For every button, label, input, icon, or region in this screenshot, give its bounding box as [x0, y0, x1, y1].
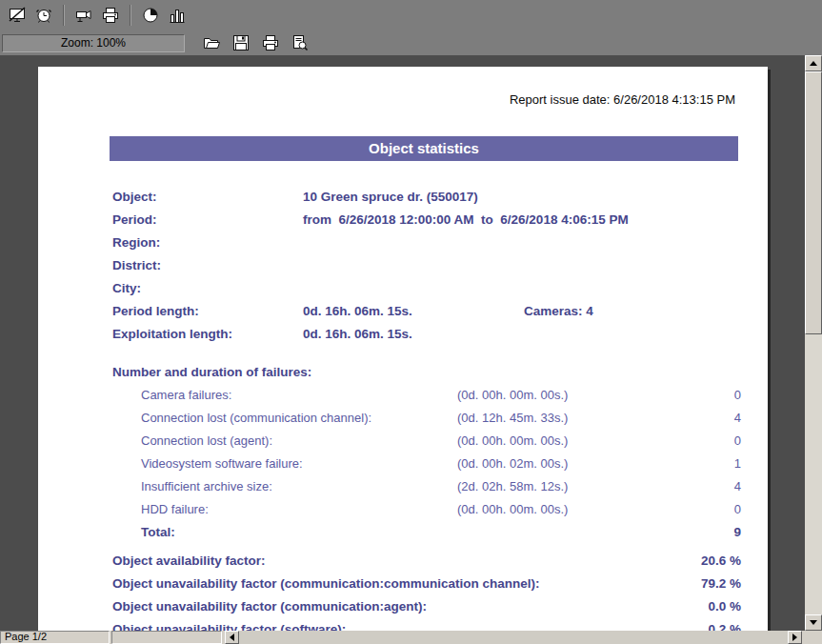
total-label: Total: [141, 521, 175, 544]
field-row: City: [38, 277, 768, 300]
preview-toolbar: Zoom: 100% [0, 30, 822, 55]
report-page: Report issue date: 6/26/2018 4:13:15 PM … [38, 67, 768, 631]
failure-row: Connection lost (agent): (0d. 00h. 00m. … [38, 430, 768, 453]
vertical-scroll-thumb[interactable] [805, 71, 822, 334]
factor-row: Object availability factor: 20.6 % [38, 550, 768, 573]
chart-button[interactable] [164, 3, 190, 28]
field-value: 10 Green spruce dr. (550017) [303, 186, 478, 209]
failure-count: 4 [734, 475, 741, 498]
scroll-left-icon [230, 634, 234, 641]
field-row: Region: [38, 231, 768, 254]
factor-value: 0.2 % [708, 618, 741, 631]
factor-value: 0.0 % [708, 595, 741, 618]
failure-duration: (0d. 00h. 02m. 00s.) [457, 453, 568, 475]
cameras-count: Cameras: 4 [524, 300, 593, 323]
failure-count: 0 [734, 384, 741, 407]
failure-duration: (0d. 00h. 00m. 00s.) [457, 498, 568, 521]
field-label: District: [112, 254, 161, 277]
print-button[interactable] [255, 30, 285, 55]
failure-row: Connection lost (communication channel):… [38, 407, 768, 430]
scroll-right-button[interactable] [788, 631, 802, 644]
failures-heading: Number and duration of failures: [112, 361, 311, 384]
timer-icon [141, 6, 160, 25]
chart-icon [168, 6, 187, 25]
zoom-label: Zoom: 100% [61, 36, 126, 50]
camera-button[interactable] [70, 3, 97, 28]
failure-count: 0 [734, 498, 741, 521]
preview-area: Report issue date: 6/26/2018 4:13:15 PM … [0, 55, 822, 631]
scroll-down-icon [810, 620, 817, 625]
failure-duration: (0d. 00h. 00m. 00s.) [457, 384, 568, 407]
failure-label: Insufficient archive size: [141, 475, 272, 498]
printer-button[interactable] [97, 3, 124, 28]
field-label: Period: [112, 209, 157, 231]
failure-count: 4 [734, 407, 741, 430]
failure-label: Videosystem software failure: [141, 453, 303, 475]
field-row: District: [38, 254, 768, 277]
horizontal-scrollbar[interactable] [225, 631, 802, 644]
field-label: Period length: [112, 300, 199, 323]
print-icon [261, 33, 280, 52]
scroll-right-icon [792, 634, 797, 641]
toolbar-separator [63, 5, 65, 26]
failure-count: 0 [734, 430, 741, 453]
page-indicator-label: Page 1/2 [5, 631, 47, 642]
field-row: Period length: 0d. 16h. 06m. 15s. Camera… [38, 300, 768, 323]
zoom-indicator[interactable]: Zoom: 100% [2, 34, 185, 52]
toolbar-separator [130, 5, 131, 26]
save-icon [231, 33, 251, 52]
factor-label: Object unavailability factor (software): [112, 618, 346, 631]
field-row: Object: 10 Green spruce dr. (550017) [38, 186, 768, 209]
failure-row: Insufficient archive size: (2d. 02h. 58m… [38, 475, 768, 498]
total-value: 9 [733, 521, 741, 544]
failure-duration: (0d. 12h. 45m. 33s.) [457, 407, 568, 430]
printer-icon [101, 6, 120, 25]
status-bar: Page 1/2 [0, 631, 822, 644]
scroll-up-button[interactable] [805, 55, 822, 71]
failure-label: HDD failure: [141, 498, 209, 521]
save-button[interactable] [226, 30, 255, 55]
main-toolbar [0, 0, 822, 30]
factor-value: 79.2 % [701, 573, 741, 595]
factor-row: Object unavailability factor (communicat… [38, 573, 768, 595]
field-label: Region: [112, 231, 160, 254]
factor-row: Object unavailability factor (software):… [38, 618, 768, 631]
monitor-icon [8, 6, 27, 25]
camera-icon [74, 6, 93, 25]
open-button[interactable] [196, 30, 226, 55]
monitor-button[interactable] [4, 3, 30, 28]
failure-label: Connection lost (communication channel): [141, 407, 371, 430]
scroll-left-button[interactable] [225, 631, 239, 644]
scroll-up-icon [810, 61, 817, 66]
field-value: 0d. 16h. 06m. 15s. [303, 300, 412, 323]
factor-value: 20.6 % [701, 550, 741, 573]
status-panel-empty [111, 631, 222, 644]
factor-label: Object availability factor: [112, 550, 266, 573]
report-title: Object statistics [110, 136, 738, 161]
factor-label: Object unavailability factor (communicat… [112, 595, 427, 618]
failures-heading-row: Number and duration of failures: [38, 361, 768, 384]
failure-row: Videosystem software failure: (0d. 00h. … [38, 453, 768, 475]
factor-label: Object unavailability factor (communicat… [112, 573, 540, 595]
field-row: Period: from 6/26/2018 12:00:00 AM to 6/… [38, 209, 768, 231]
field-label: Exploitation length: [112, 323, 232, 346]
vertical-scrollbar[interactable] [805, 55, 822, 631]
timer-button[interactable] [137, 3, 164, 28]
factor-row: Object unavailability factor (communicat… [38, 595, 768, 618]
report-viewer-window: Zoom: 100% [0, 0, 822, 644]
failure-label: Camera failures: [141, 384, 231, 407]
open-folder-icon [202, 33, 221, 52]
preview-button[interactable] [285, 30, 314, 55]
field-value: from 6/26/2018 12:00:00 AM to 6/26/2018 … [303, 209, 629, 231]
scroll-down-button[interactable] [805, 614, 822, 631]
field-label: Object: [112, 186, 157, 209]
failure-duration: (2d. 02h. 58m. 12s.) [457, 475, 568, 498]
failure-duration: (0d. 00h. 00m. 00s.) [457, 430, 568, 453]
failure-row: HDD failure: (0d. 00h. 00m. 00s.) 0 [38, 498, 768, 521]
preview-icon [291, 33, 310, 52]
failure-count: 1 [734, 453, 741, 475]
report-issue-date: Report issue date: 6/26/2018 4:13:15 PM [510, 92, 735, 107]
alarm-clock-button[interactable] [30, 3, 57, 28]
field-label: City: [112, 277, 141, 300]
page-indicator: Page 1/2 [0, 631, 110, 644]
